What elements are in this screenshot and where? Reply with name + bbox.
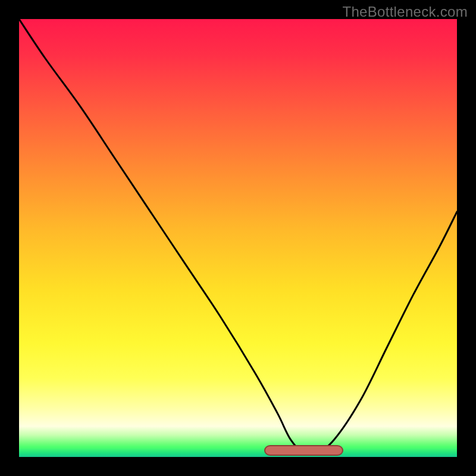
watermark-text: TheBottleneck.com (342, 4, 468, 20)
outer-frame: TheBottleneck.com (0, 0, 476, 476)
chart-plot-area (19, 19, 457, 457)
bottleneck-curve (19, 19, 457, 457)
curve-path (19, 19, 457, 455)
optimal-range-marker (264, 445, 343, 456)
